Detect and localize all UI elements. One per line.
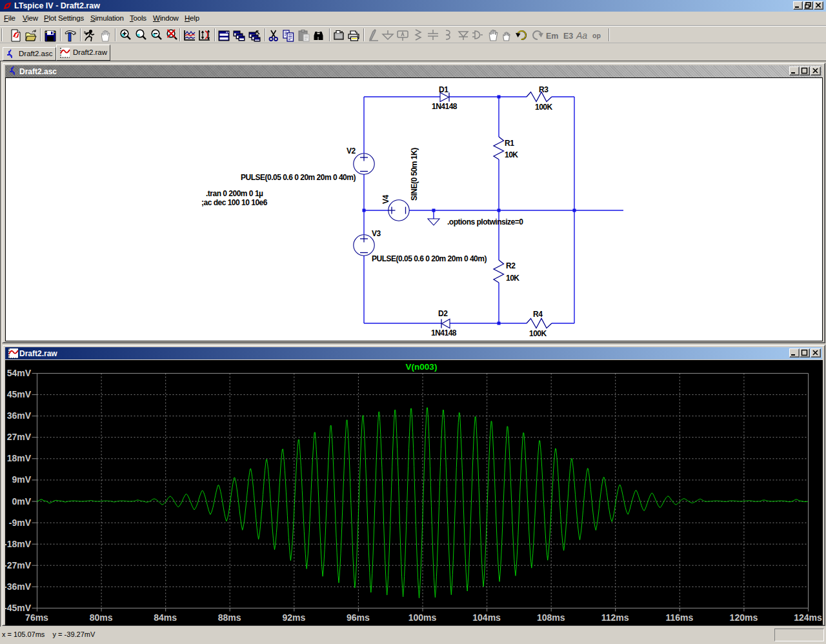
svg-text:V3: V3	[372, 229, 381, 238]
svg-text:R2: R2	[506, 261, 516, 270]
svg-text:116ms: 116ms	[665, 612, 693, 623]
svg-text:108ms: 108ms	[537, 612, 565, 623]
svg-text:R4: R4	[533, 310, 543, 319]
svg-text:op: op	[592, 32, 601, 39]
svg-text:Em: Em	[546, 32, 558, 41]
svg-text:100K: 100K	[535, 103, 553, 112]
svg-text:-45mV: -45mV	[5, 603, 32, 613]
svg-text:1N4148: 1N4148	[432, 102, 458, 111]
svg-text:0mV: 0mV	[12, 496, 31, 507]
svg-text:104ms: 104ms	[472, 612, 501, 623]
svg-text:96ms: 96ms	[347, 612, 370, 623]
svg-text:36mV: 36mV	[7, 410, 32, 421]
svg-text:10K: 10K	[506, 274, 519, 283]
svg-text:120ms: 120ms	[730, 612, 758, 623]
svg-text:27mV: 27mV	[7, 432, 32, 442]
svg-text:112ms: 112ms	[601, 612, 629, 623]
svg-text:PULSE(0.05 0.6 0 20m 20m 0 40m: PULSE(0.05 0.6 0 20m 20m 0 40m)	[241, 173, 356, 182]
svg-text:92ms: 92ms	[282, 612, 305, 623]
svg-text:54mV: 54mV	[7, 368, 32, 378]
svg-text:-27mV: -27mV	[5, 560, 32, 570]
svg-text:76ms: 76ms	[25, 612, 48, 623]
svg-text:;ac dec 100 10 10e6: ;ac dec 100 10 10e6	[201, 198, 268, 207]
svg-text:D1: D1	[439, 85, 448, 94]
svg-text:PULSE(0.05 0.6 0 20m 20m 0 40m: PULSE(0.05 0.6 0 20m 20m 0 40m)	[372, 254, 487, 263]
svg-text:88ms: 88ms	[218, 612, 241, 623]
svg-text:45mV: 45mV	[7, 389, 32, 399]
svg-text:E3: E3	[563, 32, 573, 41]
svg-text:R1: R1	[505, 139, 514, 148]
svg-text:V(n003): V(n003)	[406, 362, 438, 372]
svg-text:V4: V4	[381, 194, 390, 204]
svg-text:9mV: 9mV	[12, 474, 31, 485]
svg-text:18mV: 18mV	[7, 453, 32, 463]
svg-text:.options plotwinsize=0: .options plotwinsize=0	[447, 217, 523, 226]
svg-text:Aa: Aa	[576, 30, 587, 41]
svg-text:-18mV: -18mV	[5, 539, 32, 549]
svg-text:1N4148: 1N4148	[431, 328, 457, 337]
svg-text:.tran 0 200m 0 1µ: .tran 0 200m 0 1µ	[206, 189, 263, 198]
svg-text:10K: 10K	[505, 150, 518, 159]
svg-text:R3: R3	[539, 85, 549, 94]
svg-text:124ms: 124ms	[794, 612, 822, 623]
svg-text:D2: D2	[438, 309, 448, 318]
svg-text:-9mV: -9mV	[9, 518, 32, 528]
svg-text:100K: 100K	[529, 329, 547, 338]
svg-text:80ms: 80ms	[90, 612, 113, 623]
svg-text:84ms: 84ms	[154, 612, 177, 623]
svg-text:V2: V2	[347, 146, 356, 156]
svg-text:-36mV: -36mV	[5, 581, 32, 592]
svg-text:SINE(0 50m 1K): SINE(0 50m 1K)	[410, 148, 419, 201]
svg-text:100ms: 100ms	[408, 612, 437, 623]
